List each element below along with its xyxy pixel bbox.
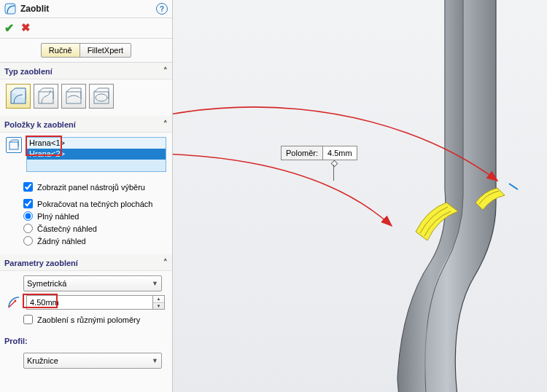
type-constant-radius[interactable] xyxy=(6,84,31,109)
graphics-viewport[interactable]: Poloměr: 4.5mm xyxy=(173,0,547,392)
section-title: Typ zaoblení xyxy=(4,67,53,76)
section-header-items[interactable]: Položky k zaoblení ˄ xyxy=(0,116,172,133)
help-icon[interactable]: ? xyxy=(156,3,168,15)
fillet-feature-icon xyxy=(4,3,16,15)
property-panel: Zaoblit ? ✔ ✖ Ručně FilletXpert Typ zaob… xyxy=(0,0,173,392)
chevron-up-icon: ˄ xyxy=(163,258,168,267)
radius-callout[interactable]: Poloměr: 4.5mm xyxy=(281,146,357,160)
callout-label: Poloměr: xyxy=(281,146,323,160)
chevron-down-icon: ▼ xyxy=(152,280,158,287)
section-profile: Profil: Kružnice ▼ xyxy=(0,333,172,376)
radio-input[interactable] xyxy=(23,224,33,233)
spin-down[interactable]: ▼ xyxy=(153,303,164,310)
radio-no-preview[interactable]: Žádný náhled xyxy=(6,235,166,247)
spinner-buttons[interactable]: ▲▼ xyxy=(153,295,165,310)
callout-leader xyxy=(330,159,337,179)
annotation-highlight xyxy=(26,136,62,156)
section-header-type[interactable]: Typ zaoblení ˄ xyxy=(0,63,172,79)
checkbox-show-toolbar[interactable]: Zobrazit panel nástrojů výběru xyxy=(6,181,166,193)
full-round-icon xyxy=(93,87,110,105)
radio-full-preview[interactable]: Plný náhled xyxy=(6,210,166,222)
panel-title: Zaoblit xyxy=(20,4,156,14)
chevron-up-icon: ˄ xyxy=(163,119,168,129)
svg-rect-4 xyxy=(94,92,109,103)
svg-point-5 xyxy=(96,94,107,101)
svg-point-7 xyxy=(15,300,17,302)
section-header-params[interactable]: Parametry zaoblení ˄ xyxy=(0,254,172,271)
svg-rect-0 xyxy=(5,4,15,14)
checkbox-multi-radius[interactable]: Zaoblení s různými poloměry xyxy=(6,313,166,326)
radio-label: Žádný náhled xyxy=(37,237,86,246)
type-full-round[interactable] xyxy=(89,84,114,109)
radius-icon xyxy=(6,294,22,310)
combo-value: Symetrická xyxy=(27,279,66,288)
type-variable-radius[interactable] xyxy=(34,84,58,109)
profile-combo[interactable]: Kružnice ▼ xyxy=(23,353,162,369)
radio-input[interactable] xyxy=(23,211,33,221)
mode-tabs: Ručně FilletXpert xyxy=(0,39,172,63)
ok-button[interactable]: ✔ xyxy=(4,21,14,35)
constant-radius-icon xyxy=(9,87,27,105)
checkbox-tangent[interactable]: Pokračovat na tečných plochách xyxy=(6,197,166,210)
callout-value[interactable]: 4.5mm xyxy=(323,146,357,160)
section-items: Položky k zaoblení ˄ Hrana<1> Hrana<2> Z… xyxy=(0,116,172,254)
radio-input[interactable] xyxy=(23,236,33,246)
section-title: Položky k zaoblení xyxy=(4,120,76,129)
face-fillet-icon xyxy=(65,87,82,105)
svg-rect-6 xyxy=(9,142,18,149)
checkbox-input[interactable] xyxy=(23,315,33,324)
spin-up[interactable]: ▲ xyxy=(153,296,164,303)
radio-label: Částečný náhled xyxy=(37,224,97,233)
chevron-up-icon: ˄ xyxy=(163,66,168,76)
svg-line-8 xyxy=(509,184,518,189)
section-title: Profil: xyxy=(4,337,28,345)
type-face-fillet[interactable] xyxy=(61,84,86,109)
radio-label: Plný náhled xyxy=(37,212,79,221)
section-fillet-type: Typ zaoblení ˄ xyxy=(0,63,172,116)
svg-rect-2 xyxy=(39,92,53,103)
section-params: Parametry zaoblení ˄ Symetrická ▼ ▲▼ xyxy=(0,254,172,333)
checkbox-input[interactable] xyxy=(23,199,33,208)
tab-manual[interactable]: Ručně xyxy=(41,43,80,58)
annotation-highlight xyxy=(23,294,58,308)
chevron-down-icon: ▼ xyxy=(152,357,158,364)
checkbox-label: Zaoblení s různými poloměry xyxy=(37,315,140,324)
cancel-button[interactable]: ✖ xyxy=(21,21,31,35)
section-title: Parametry zaoblení xyxy=(4,259,78,267)
symmetry-combo[interactable]: Symetrická ▼ xyxy=(23,275,162,291)
tab-filletxpert[interactable]: FilletXpert xyxy=(79,43,132,58)
edge-selection-icon[interactable] xyxy=(6,137,22,153)
checkbox-label: Zobrazit panel nástrojů výběru xyxy=(37,183,145,192)
section-header-profile: Profil: xyxy=(0,333,172,348)
variable-radius-icon xyxy=(37,87,55,105)
combo-value: Kružnice xyxy=(27,356,58,365)
svg-rect-3 xyxy=(66,92,81,103)
fillet-type-row xyxy=(6,84,166,109)
model-part xyxy=(277,0,547,392)
radio-partial-preview[interactable]: Částečný náhled xyxy=(6,222,166,235)
confirm-row: ✔ ✖ xyxy=(0,18,172,39)
checkbox-label: Pokračovat na tečných plochách xyxy=(37,200,152,208)
panel-header: Zaoblit ? xyxy=(0,0,172,18)
checkbox-input[interactable] xyxy=(23,182,33,192)
